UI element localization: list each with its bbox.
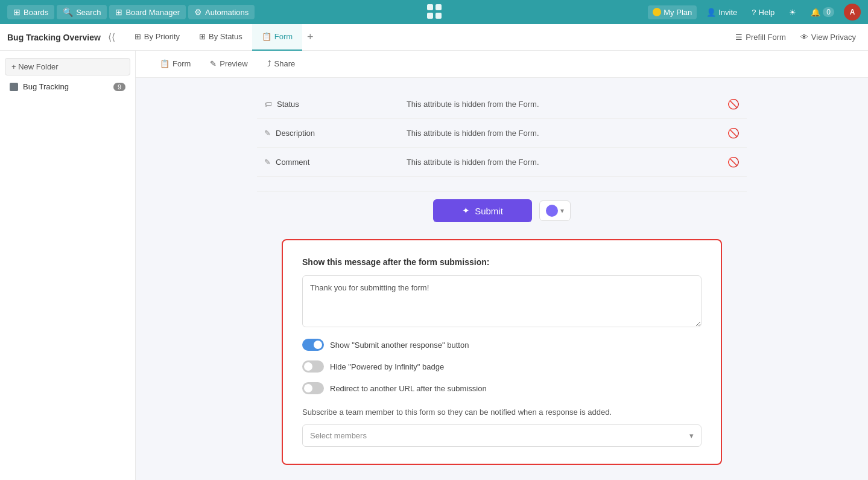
svg-rect-2 — [427, 13, 433, 19]
toggle-row-1: Show "Submit another response" button — [302, 339, 702, 351]
theme-button[interactable]: ☀ — [784, 5, 801, 19]
table-icon: ⊞ — [135, 32, 141, 41]
table-row: 🏷 Status This attribute is hidden from t… — [257, 90, 747, 119]
avatar[interactable]: A — [844, 4, 861, 21]
notification-count: 0 — [823, 7, 834, 17]
help-icon: ? — [752, 8, 756, 17]
svg-rect-1 — [436, 4, 442, 10]
automations-button[interactable]: ⚙ Automations — [188, 5, 255, 19]
toggle-slider-2 — [302, 360, 324, 373]
attr-desc-value: This attribute is hidden from the Form. — [399, 119, 720, 148]
layout: + New Folder Bug Tracking 9 📋 Form ✎ Pre… — [0, 51, 868, 480]
board-manager-icon: ⊞ — [115, 7, 122, 17]
tab-form-label: Form — [274, 32, 293, 41]
main-content: 📋 Form ✎ Preview ⤴ Share 🏷 — [136, 51, 868, 480]
tab-by-status[interactable]: ⊞ By Status — [189, 24, 252, 51]
comment-icon: ✎ — [264, 158, 271, 167]
board-manager-button[interactable]: ⊞ Board Manager — [109, 5, 186, 19]
form-subtab-preview[interactable]: ✎ Preview — [200, 51, 257, 77]
privacy-label: View Privacy — [811, 33, 856, 42]
form-subtab-form[interactable]: 📋 Form — [150, 51, 200, 77]
add-tab-button[interactable]: + — [302, 24, 318, 51]
eye-icon: 👁 — [800, 33, 808, 42]
prefill-form-button[interactable]: ☰ Prefill Form — [730, 30, 790, 44]
toggle-submit-another-label: Show "Submit another response" button — [330, 341, 469, 350]
svg-rect-3 — [436, 13, 442, 19]
attr-desc-label: Description — [276, 129, 315, 138]
invite-button[interactable]: 👤 Invite — [702, 5, 742, 19]
table-row: ✎ Description This attribute is hidden f… — [257, 119, 747, 148]
share-icon: ⤴ — [267, 59, 271, 68]
automations-label: Automations — [205, 8, 249, 17]
collapse-button[interactable]: ⟨⟨ — [106, 29, 118, 45]
subscribe-text: Subscribe a team member to this form so … — [302, 406, 702, 418]
sidebar: + New Folder Bug Tracking 9 — [0, 51, 136, 480]
bell-icon: 🔔 — [811, 8, 820, 17]
my-plan-button[interactable]: My Plan — [648, 5, 697, 19]
hide-icon-2[interactable]: 🚫 — [727, 157, 740, 167]
submit-row: ✦ Submit ▾ — [257, 199, 747, 222]
submit-button[interactable]: ✦ Submit — [433, 199, 532, 222]
top-nav-right: My Plan 👤 Invite ? Help ☀ 🔔 0 A — [648, 4, 861, 21]
post-submission-box: Show this message after the form submiss… — [282, 239, 722, 465]
my-plan-label: My Plan — [664, 8, 692, 17]
submit-label: Submit — [475, 206, 503, 216]
svg-rect-0 — [427, 4, 433, 10]
toggle-row-3: Redirect to another URL after the submis… — [302, 382, 702, 394]
toggle-row-2: Hide "Powered by Infinity" badge — [302, 360, 702, 373]
search-icon: 🔍 — [63, 7, 73, 17]
form-subtab-share[interactable]: ⤴ Share — [258, 51, 305, 77]
help-button[interactable]: ? Help — [747, 5, 779, 19]
prefill-icon: ☰ — [735, 33, 743, 42]
new-folder-button[interactable]: + New Folder — [5, 58, 130, 75]
invite-label: Invite — [718, 8, 737, 17]
attr-comment-label: Comment — [276, 158, 309, 167]
notification-button[interactable]: 🔔 0 — [806, 5, 839, 19]
table-icon-2: ⊞ — [199, 32, 206, 41]
hide-icon-1[interactable]: 🚫 — [727, 128, 740, 138]
search-button[interactable]: 🔍 Search — [57, 5, 107, 19]
tag-icon: 🏷 — [264, 100, 272, 109]
plan-badge — [653, 8, 661, 16]
subscribe-section: Subscribe a team member to this form so … — [302, 406, 702, 447]
invite-icon: 👤 — [706, 8, 716, 17]
edit-icon: ✎ — [264, 129, 271, 138]
form-attributes-section: 🏷 Status This attribute is hidden from t… — [242, 78, 761, 480]
second-nav-right: ☰ Prefill Form 👁 View Privacy — [730, 30, 861, 44]
post-sub-message[interactable] — [302, 275, 702, 327]
tab-form[interactable]: 📋 Form — [252, 24, 302, 51]
post-sub-title: Show this message after the form submiss… — [302, 257, 702, 267]
form-sub-nav: 📋 Form ✎ Preview ⤴ Share — [136, 51, 868, 78]
logo-icon — [425, 2, 444, 21]
prefill-label: Prefill Form — [746, 33, 785, 42]
toggle-hide-badge[interactable] — [302, 360, 324, 373]
view-privacy-button[interactable]: 👁 View Privacy — [796, 30, 861, 44]
toggle-submit-another[interactable] — [302, 339, 324, 351]
boards-button[interactable]: ⊞ Boards — [7, 5, 54, 19]
sidebar-badge: 9 — [113, 83, 125, 91]
new-folder-label: + New Folder — [11, 62, 59, 71]
attr-status-label: Status — [277, 100, 299, 109]
toggle-hide-badge-label: Hide "Powered by Infinity" badge — [330, 362, 444, 371]
attr-comment-value: This attribute is hidden from the Form. — [399, 148, 720, 177]
boards-label: Boards — [24, 8, 48, 17]
form-subtab-share-label: Share — [274, 59, 296, 68]
search-label: Search — [76, 8, 101, 17]
form-subtab-form-label: Form — [173, 59, 191, 68]
select-members-placeholder: Select members — [310, 431, 367, 440]
sidebar-item-label: Bug Tracking — [23, 82, 109, 91]
tab-by-priority[interactable]: ⊞ By Priority — [125, 24, 189, 51]
chevron-down-icon: ▾ — [689, 431, 694, 440]
board-manager-label: Board Manager — [125, 8, 180, 17]
attr-status-name: 🏷 Status — [264, 100, 392, 109]
toggle-redirect-label: Redirect to another URL after the submis… — [330, 384, 487, 393]
select-members-dropdown[interactable]: Select members ▾ — [302, 424, 702, 447]
sidebar-item-bug-tracking[interactable]: Bug Tracking 9 — [2, 78, 133, 95]
toggle-redirect[interactable] — [302, 382, 324, 394]
attributes-table: 🏷 Status This attribute is hidden from t… — [257, 90, 747, 177]
tab-by-status-label: By Status — [209, 32, 242, 41]
divider — [257, 191, 747, 192]
color-picker[interactable]: ▾ — [539, 200, 571, 221]
board-title: Bug Tracking Overview — [7, 33, 101, 42]
hide-icon-0[interactable]: 🚫 — [727, 99, 740, 109]
